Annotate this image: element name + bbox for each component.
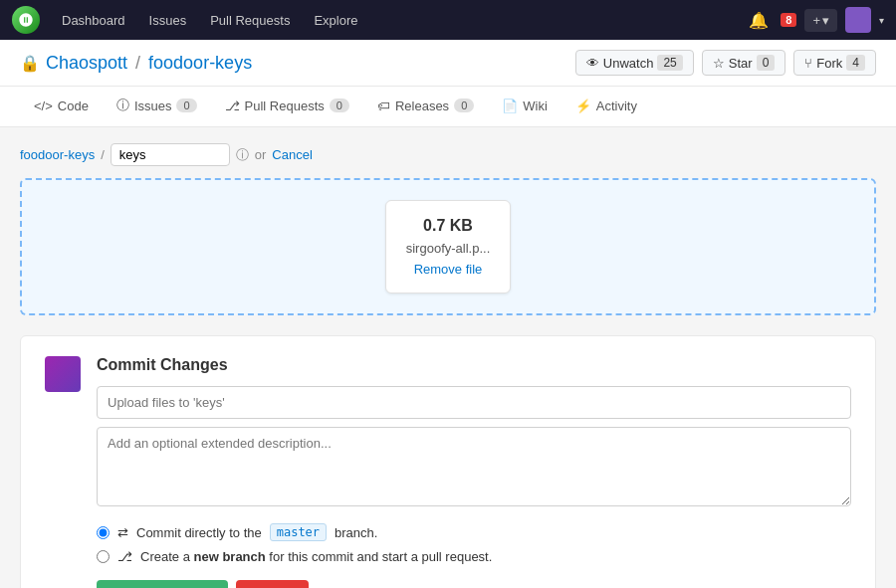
unwatch-label: Unwatch	[603, 56, 654, 71]
issues-icon: ⓘ	[116, 97, 129, 114]
breadcrumb-separator: /	[101, 147, 105, 162]
fork-icon: ⑂	[804, 56, 812, 71]
nav-explore[interactable]: Explore	[304, 9, 367, 32]
star-count: 0	[757, 55, 776, 71]
unwatch-count: 25	[657, 55, 682, 71]
commit-direct-label: Commit directly to the	[136, 525, 262, 540]
tab-activity-label: Activity	[596, 98, 637, 113]
repo-header: 🔒 Chaospott / foodoor-keys 👁 Unwatch 25 …	[0, 40, 896, 87]
tab-releases-label: Releases	[395, 98, 449, 113]
plus-caret-icon: ▾	[822, 13, 829, 28]
cancel-commit-button[interactable]: Cancel	[236, 580, 308, 588]
topnav-right: 🔔 8 + ▾ ▾	[745, 7, 884, 34]
code-icon: </>	[34, 98, 53, 113]
repo-tabs: </> Code ⓘ Issues 0 ⎇ Pull Requests 0 🏷 …	[0, 87, 896, 127]
unwatch-button[interactable]: 👁 Unwatch 25	[575, 50, 694, 76]
tab-wiki-label: Wiki	[523, 98, 548, 113]
pr-icon-small: ⎇	[117, 549, 132, 564]
commit-user-avatar	[45, 356, 81, 392]
tab-code-label: Code	[58, 98, 89, 113]
commit-actions: Commit Changes Cancel	[97, 580, 851, 588]
breadcrumb-info-icon: ⓘ	[236, 146, 249, 164]
commit-direct-label-suffix: branch.	[335, 525, 377, 540]
star-icon: ☆	[713, 56, 725, 71]
eye-icon: 👁	[586, 56, 599, 71]
commit-options: ⇄ Commit directly to the master branch. …	[97, 523, 851, 564]
commit-section: Commit Changes ⇄ Commit directly to the …	[20, 335, 876, 588]
fork-count: 4	[846, 55, 865, 71]
tab-wiki[interactable]: 📄 Wiki	[488, 87, 561, 126]
user-avatar[interactable]	[845, 7, 871, 33]
star-label: Star	[729, 56, 753, 71]
releases-icon: 🏷	[377, 98, 390, 113]
tab-issues-label: Issues	[134, 98, 172, 113]
wiki-icon: 📄	[502, 98, 518, 113]
folder-name-input[interactable]	[111, 143, 230, 166]
repo-title: 🔒 Chaospott / foodoor-keys	[20, 53, 252, 74]
breadcrumb-cancel-link[interactable]: Cancel	[272, 147, 312, 162]
notification-count: 8	[781, 13, 796, 27]
upload-drop-zone[interactable]: 0.7 KB sirgoofy-all.p... Remove file	[20, 178, 876, 315]
fork-label: Fork	[816, 56, 842, 71]
tab-pull-requests[interactable]: ⎇ Pull Requests 0	[211, 87, 363, 126]
repo-separator: /	[135, 53, 140, 74]
tab-issues[interactable]: ⓘ Issues 0	[103, 87, 211, 126]
commit-direct-radio[interactable]	[97, 526, 110, 539]
repo-actions: 👁 Unwatch 25 ☆ Star 0 ⑂ Fork 4	[575, 50, 876, 76]
file-name: sirgoofy-all.p...	[406, 241, 491, 256]
activity-icon: ⚡	[575, 98, 591, 113]
commit-changes-button[interactable]: Commit Changes	[97, 580, 228, 588]
remove-file-button[interactable]: Remove file	[414, 262, 483, 277]
commit-direct-option[interactable]: ⇄ Commit directly to the master branch.	[97, 523, 851, 541]
nav-dashboard[interactable]: Dashboard	[52, 9, 135, 32]
commit-newbranch-option[interactable]: ⎇ Create a new branch for this commit an…	[97, 549, 851, 564]
uploaded-file-card: 0.7 KB sirgoofy-all.p... Remove file	[385, 200, 512, 294]
tab-activity[interactable]: ⚡ Activity	[561, 87, 651, 126]
main-content: foodoor-keys / ⓘ or Cancel 0.7 KB sirgoo…	[0, 127, 896, 588]
commit-description-input[interactable]	[97, 427, 851, 506]
commit-newbranch-radio[interactable]	[97, 550, 110, 563]
gitea-logo	[12, 6, 40, 34]
tab-releases[interactable]: 🏷 Releases 0	[363, 87, 488, 126]
breadcrumb-or-text: or	[255, 147, 267, 162]
tab-pr-label: Pull Requests	[245, 98, 325, 113]
plus-menu-button[interactable]: + ▾	[804, 9, 837, 32]
issues-count: 0	[176, 98, 196, 112]
commit-section-title: Commit Changes	[97, 356, 851, 374]
nav-issues[interactable]: Issues	[139, 9, 197, 32]
tab-code[interactable]: </> Code	[20, 87, 103, 126]
commit-message-input[interactable]	[97, 386, 851, 419]
branch-name: master	[270, 523, 327, 541]
top-navigation: Dashboard Issues Pull Requests Explore 🔔…	[0, 0, 896, 40]
releases-count: 0	[454, 98, 474, 112]
commit-icon: ⇄	[117, 525, 128, 540]
breadcrumb-repo-link[interactable]: foodoor-keys	[20, 147, 95, 162]
commit-form: Commit Changes ⇄ Commit directly to the …	[97, 356, 851, 588]
pr-icon: ⎇	[225, 98, 240, 113]
commit-newbranch-label: Create a new branch for this commit and …	[140, 549, 492, 564]
lock-icon: 🔒	[20, 54, 40, 73]
fork-button[interactable]: ⑂ Fork 4	[793, 50, 876, 76]
breadcrumb: foodoor-keys / ⓘ or Cancel	[20, 143, 876, 166]
user-caret-icon[interactable]: ▾	[879, 15, 884, 26]
nav-pull-requests[interactable]: Pull Requests	[200, 9, 300, 32]
notification-bell[interactable]: 🔔	[745, 7, 773, 34]
repo-owner-link[interactable]: Chaospott	[46, 53, 127, 74]
plus-icon: +	[812, 13, 820, 28]
star-button[interactable]: ☆ Star 0	[702, 50, 786, 76]
pr-count: 0	[330, 98, 349, 112]
file-size: 0.7 KB	[423, 217, 473, 235]
repo-name-link[interactable]: foodoor-keys	[148, 53, 252, 74]
